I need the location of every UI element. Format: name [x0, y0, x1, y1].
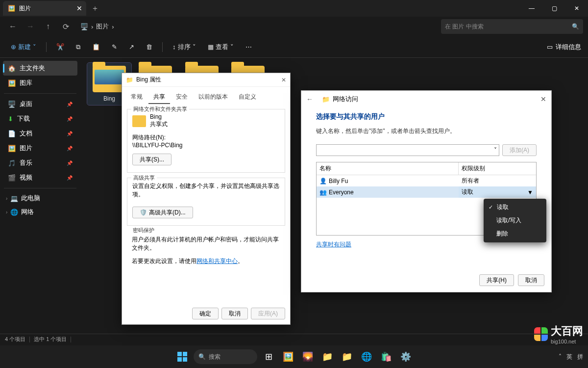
- ok-button[interactable]: 确定: [192, 308, 219, 319]
- pin-icon: 📌: [67, 160, 73, 166]
- sidebar-item-documents[interactable]: 📄文档📌: [3, 126, 77, 141]
- cut-button[interactable]: ✂️: [52, 41, 68, 53]
- maximize-button[interactable]: ▢: [543, 0, 565, 17]
- search-icon: 🔍: [198, 353, 206, 360]
- status-bar: 4 个项目 选中 1 个项目: [0, 334, 588, 344]
- details-icon: ▭: [547, 43, 553, 51]
- network-path-value: \\BILLYFU-PC\Bing: [132, 142, 280, 149]
- section-network-share: 网络文件和文件夹共享 Bing 共享式 网络路径(N): \\BILLYFU-P…: [127, 109, 285, 173]
- forward-button[interactable]: →: [23, 19, 38, 34]
- user-combo-input[interactable]: ˅: [316, 144, 499, 156]
- dialog-titlebar[interactable]: ← 📁网络访问 ✕: [301, 91, 551, 107]
- ime-indicator[interactable]: 英: [566, 353, 572, 361]
- breadcrumb[interactable]: 🖥️ › 图片 ›: [80, 22, 114, 31]
- menu-item-remove[interactable]: 删除: [486, 227, 544, 240]
- tray-chevron-icon[interactable]: ˄: [559, 353, 562, 360]
- sidebar-item-gallery[interactable]: 🖼️图库: [3, 76, 77, 90]
- column-header-name[interactable]: 名称: [317, 162, 459, 175]
- menu-item-read[interactable]: 读取: [486, 201, 544, 214]
- rename-icon: ✎: [112, 43, 117, 51]
- sidebar-item-thispc[interactable]: ›💻此电脑: [3, 191, 77, 205]
- sidebar-item-desktop[interactable]: 🖥️桌面📌: [3, 97, 77, 111]
- rename-button[interactable]: ✎: [108, 41, 121, 53]
- status-item-count: 4 个项目: [5, 336, 25, 343]
- minimize-button[interactable]: —: [520, 0, 543, 17]
- watermark: 大百网 big100.net: [534, 324, 583, 344]
- up-button[interactable]: ↑: [40, 19, 56, 34]
- taskbar-store[interactable]: 🛍️: [378, 348, 394, 365]
- network-center-link[interactable]: 网络和共享中心: [196, 258, 238, 264]
- taskbar-explorer[interactable]: 📁: [319, 348, 336, 365]
- section-advanced-share: 高级共享 设置自定义权限，创建多个共享，并设置其他高级共享选项。 🛡️高级共享(…: [127, 178, 285, 226]
- taskbar-app[interactable]: 🖼️: [280, 348, 296, 365]
- search-input[interactable]: 在 图片 中搜索 🔍: [441, 19, 583, 34]
- tab-previous-versions[interactable]: 以前的版本: [194, 91, 233, 104]
- share-button[interactable]: 共享(S)...: [132, 154, 172, 165]
- ime-mode[interactable]: 拼: [577, 353, 583, 361]
- table-row[interactable]: 👤Billy Fu 所有者: [317, 175, 536, 186]
- cancel-button[interactable]: 取消: [518, 274, 544, 286]
- cancel-button[interactable]: 取消: [221, 308, 248, 319]
- taskbar-edge[interactable]: 🌐: [358, 348, 375, 365]
- menu-item-readwrite[interactable]: 读取/写入: [486, 214, 544, 227]
- trouble-sharing-link[interactable]: 共享时有问题: [316, 240, 351, 249]
- permission-dropdown-menu: 读取 读取/写入 删除: [484, 199, 546, 242]
- taskview-button[interactable]: ⊞: [260, 348, 277, 365]
- close-tab-icon[interactable]: ✕: [76, 4, 82, 12]
- share-button[interactable]: 共享(H): [479, 274, 514, 286]
- view-button[interactable]: ▦ 查看 ˅: [204, 41, 238, 53]
- taskbar-app[interactable]: 🌄: [299, 348, 316, 365]
- sort-button[interactable]: ↕ 排序 ˅: [169, 41, 200, 53]
- svg-rect-3: [183, 357, 187, 362]
- crumb-pictures[interactable]: 图片: [96, 22, 109, 31]
- close-icon[interactable]: ✕: [281, 77, 286, 83]
- search-icon: 🔍: [572, 23, 579, 30]
- sidebar-item-music[interactable]: 🎵音乐📌: [3, 156, 77, 170]
- taskbar-app[interactable]: 📁: [339, 348, 355, 365]
- share-button[interactable]: ↗: [125, 41, 138, 53]
- window-tab[interactable]: 🖼️ 图片 ✕: [3, 1, 86, 16]
- sidebar-item-pictures[interactable]: 🖼️图片📌: [3, 141, 77, 156]
- share-status: 共享式: [150, 120, 168, 129]
- sidebar-item-videos[interactable]: 🎬视频📌: [3, 170, 77, 185]
- back-icon[interactable]: ←: [306, 95, 313, 103]
- sidebar: 🏠主文件夹 🖼️图库 🖥️桌面📌 ⬇下载📌 📄文档📌 🖼️图片📌 🎵音乐📌 🎬视…: [0, 58, 80, 334]
- column-header-level[interactable]: 权限级别: [459, 162, 536, 175]
- tab-security[interactable]: 安全: [171, 91, 193, 104]
- watermark-name: 大百网: [551, 325, 583, 337]
- back-button[interactable]: ←: [5, 19, 21, 34]
- copy-icon: ⧉: [76, 43, 80, 51]
- taskbar-settings[interactable]: ⚙️: [397, 348, 414, 365]
- sidebar-item-network[interactable]: ›🌐网络: [3, 205, 77, 219]
- sidebar-item-home[interactable]: 🏠主文件夹: [3, 61, 77, 76]
- paste-button[interactable]: 📋: [88, 41, 104, 53]
- tab-sharing[interactable]: 共享: [148, 91, 170, 104]
- advanced-share-button[interactable]: 🛡️高级共享(D)...: [132, 207, 193, 218]
- start-button[interactable]: [174, 348, 191, 365]
- details-pane-button[interactable]: ▭ 详细信息: [547, 43, 581, 52]
- refresh-button[interactable]: ⟳: [58, 19, 74, 34]
- window-controls: — ▢ ✕: [520, 0, 588, 17]
- chevron-down-icon[interactable]: ▼: [527, 189, 533, 196]
- sidebar-item-downloads[interactable]: ⬇下载📌: [3, 111, 77, 126]
- new-tab-button[interactable]: ＋: [91, 3, 99, 14]
- more-button[interactable]: ⋯: [242, 41, 256, 53]
- new-button[interactable]: ⊕ 新建 ˅: [7, 41, 40, 53]
- taskbar-search[interactable]: 🔍搜索: [194, 349, 257, 364]
- music-icon: 🎵: [8, 159, 16, 167]
- delete-button[interactable]: 🗑: [142, 41, 156, 53]
- folder-icon: [132, 115, 146, 127]
- pin-icon: 📌: [67, 146, 73, 151]
- tab-general[interactable]: 常规: [126, 91, 147, 104]
- desktop-icon: 🖥️: [8, 101, 16, 108]
- add-button[interactable]: 添加(A): [502, 144, 537, 156]
- tab-customize[interactable]: 自定义: [234, 91, 261, 104]
- close-icon[interactable]: ✕: [540, 95, 546, 103]
- close-button[interactable]: ✕: [565, 0, 588, 17]
- copy-button[interactable]: ⧉: [72, 41, 84, 53]
- network-access-dialog: ← 📁网络访问 ✕ 选择要与其共享的用户 键入名称，然后单击"添加"，或者单击箭…: [301, 90, 552, 292]
- table-row[interactable]: 👥Everyone 读取▼: [317, 186, 536, 198]
- apply-button[interactable]: 应用(A): [251, 308, 285, 319]
- chevron-icon: ›: [112, 23, 114, 30]
- dialog-titlebar[interactable]: 📁 Bing 属性 ✕: [122, 73, 290, 87]
